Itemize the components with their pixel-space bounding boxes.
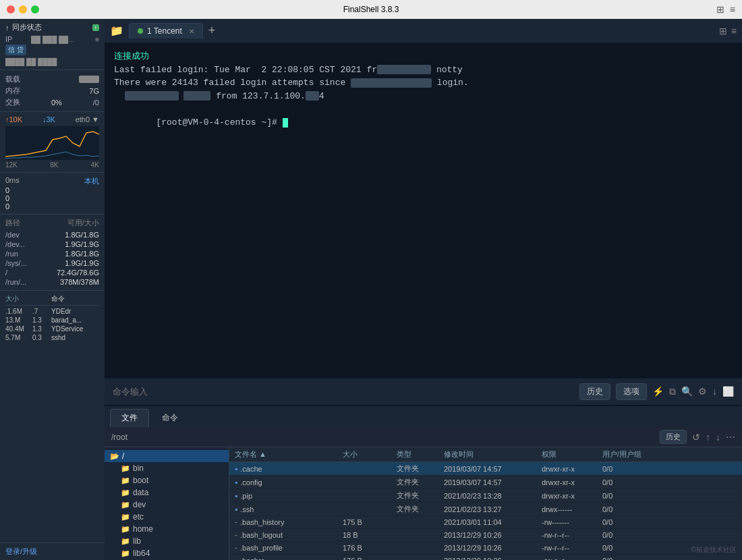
- grid-icon[interactable]: ⊞: [716, 4, 724, 15]
- btn-info[interactable]: 信 贷: [5, 45, 26, 55]
- more-icon[interactable]: ⋯: [726, 432, 735, 443]
- terminal[interactable]: 连接成功 Last failed login: Tue Mar 2 22:08:…: [105, 43, 742, 378]
- folder-icon-config: ▪: [235, 478, 237, 487]
- latency-val3: 0: [5, 202, 9, 211]
- fullscreen-icon[interactable]: ⬜: [722, 386, 734, 397]
- terminal-line-3: from 123.7.1.100. 4: [114, 90, 733, 103]
- tree-item-label: home: [133, 524, 153, 534]
- options-button[interactable]: 选项: [616, 383, 647, 400]
- latency-label: 0ms: [5, 176, 20, 186]
- tab-close-button[interactable]: ✕: [189, 28, 194, 35]
- lightning-icon[interactable]: ⚡: [652, 386, 664, 397]
- tab-status-dot: [138, 28, 143, 34]
- tree-item-boot[interactable]: 📁 boot: [105, 474, 229, 486]
- disk-row: /72.4G/78.6G: [5, 268, 99, 277]
- file-icon-bashrc: -: [235, 556, 237, 560]
- swap-max: /0: [93, 99, 99, 107]
- copy-icon[interactable]: ⧉: [669, 386, 676, 397]
- net-8k: 8K: [50, 161, 58, 169]
- refresh-icon[interactable]: ↺: [692, 432, 700, 443]
- list-view-icon[interactable]: ≡: [731, 26, 737, 36]
- titlebar-icons: ⊞ ≡: [716, 4, 735, 15]
- list-icon[interactable]: ≡: [730, 4, 735, 15]
- file-path: /root: [111, 432, 654, 442]
- disk-row: /dev...1.9G/1.9G: [5, 240, 99, 249]
- folder-icon-lib64: 📁: [121, 549, 130, 558]
- right-panel: 📁 1 Tencent ✕ + ⊞ ≡ 连接成功 Last failed log…: [105, 19, 742, 560]
- network-graph: [5, 126, 99, 160]
- terminal-line-2: There were 24143 failed login attempts s…: [114, 76, 733, 90]
- command-bar: 历史 选项 ⚡ ⧉ 🔍 ⚙ ↓ ⬜: [105, 378, 742, 405]
- tabbar: 📁 1 Tencent ✕ + ⊞ ≡: [105, 19, 742, 43]
- file-row-ssh[interactable]: ▪.ssh 文件夹 2021/02/23 13:27 drwx------ 0/…: [229, 503, 742, 516]
- upload-icon[interactable]: ↑: [706, 432, 710, 443]
- proc-row: 5.7M0.3sshd: [5, 333, 99, 342]
- sidebar: ↑ 同步状态 ↑ IP ██ ███ ██... ≡ 信 贷 ████ ██ █…: [0, 19, 105, 560]
- col-owner[interactable]: 用户/用户组: [602, 449, 737, 459]
- tree-item-label: dev: [133, 500, 146, 509]
- col-perm[interactable]: 权限: [542, 449, 602, 459]
- tree-item-data[interactable]: 📁 data: [105, 486, 229, 499]
- tab-files[interactable]: 文件: [110, 409, 149, 427]
- close-button[interactable]: [7, 5, 15, 13]
- login-upgrade-button[interactable]: 登录/升级: [0, 542, 105, 560]
- traffic-lights: [7, 5, 39, 13]
- maximize-button[interactable]: [31, 5, 39, 13]
- file-row-cache[interactable]: ▪.cache 文件夹 2019/03/07 14:57 drwxr-xr-x …: [229, 462, 742, 476]
- disk-row: /run/...378M/378M: [5, 277, 99, 287]
- file-row-pip[interactable]: ▪.pip 文件夹 2021/02/23 13:28 drwxr-xr-x 0/…: [229, 489, 742, 503]
- folder-icon-dev: 📁: [121, 501, 130, 509]
- file-row-bash-profile[interactable]: -.bash_profile 176 B 2013/12/29 10:26 -r…: [229, 542, 742, 555]
- disk-header-path: 路径: [5, 218, 20, 228]
- process-section: 大小 命令 .1.6M.7YDEdr 13.M1.3barad_a... 40.…: [0, 291, 105, 542]
- col-name[interactable]: 文件名 ▲: [235, 449, 343, 459]
- latency-val2: 0: [5, 194, 9, 202]
- history-button[interactable]: 历史: [579, 383, 610, 400]
- network-section: ↑10K ↓3K eth0 ▼ 12K 8K 4K: [0, 112, 105, 173]
- tree-item-dev[interactable]: 📁 dev: [105, 499, 229, 511]
- file-history-button[interactable]: 历史: [660, 430, 687, 444]
- col-date[interactable]: 修改时间: [444, 449, 542, 459]
- col-type[interactable]: 类型: [397, 449, 444, 459]
- latency-section: 0ms 本机 0 0 0: [0, 173, 105, 215]
- tree-item-lib[interactable]: 📁 lib: [105, 535, 229, 547]
- cpu-label: 载载: [5, 74, 20, 84]
- file-row-bash-logout[interactable]: -.bash_logout 18 B 2013/12/29 10:26 -rw-…: [229, 529, 742, 542]
- search-icon[interactable]: 🔍: [681, 386, 693, 397]
- net-4k: 4K: [91, 161, 99, 169]
- tree-item-lib64[interactable]: 📁 lib64: [105, 547, 229, 559]
- folder-icon[interactable]: 📁: [110, 24, 123, 37]
- tree-item-root[interactable]: 📂 /: [105, 450, 229, 462]
- tabbar-right-icons: ⊞ ≡: [719, 26, 737, 36]
- settings-icon[interactable]: ⚙: [698, 386, 707, 397]
- file-body: 📂 / 📁 bin 📁 boot 📁: [105, 447, 742, 560]
- tree-item-bin[interactable]: 📁 bin: [105, 462, 229, 474]
- file-row-bashrc[interactable]: -.bashrc 176 B 2013/12/29 10:26 -rw-r--r…: [229, 555, 742, 560]
- tree-item-home[interactable]: 📁 home: [105, 523, 229, 535]
- terminal-line-connected: 连接成功: [114, 50, 733, 63]
- file-row-config[interactable]: ▪.config 文件夹 2019/03/07 14:57 drwxr-xr-x…: [229, 476, 742, 489]
- cmdbar-icons: ⚡ ⧉ 🔍 ⚙ ↓ ⬜: [652, 386, 734, 397]
- tab-add-button[interactable]: +: [208, 24, 216, 38]
- disk-row: /run1.8G/1.8G: [5, 249, 99, 258]
- tab-commands[interactable]: 命令: [150, 409, 190, 427]
- tree-item-label: data: [133, 488, 148, 497]
- grid-view-icon[interactable]: ⊞: [719, 26, 727, 36]
- minimize-button[interactable]: [19, 5, 27, 13]
- command-input[interactable]: [113, 387, 574, 397]
- sync-badge: ↑: [92, 24, 100, 31]
- download-file-icon[interactable]: ↓: [716, 432, 720, 443]
- tab-tencent[interactable]: 1 Tencent ✕: [129, 23, 203, 38]
- tab-label: 1 Tencent: [147, 26, 182, 36]
- col-size[interactable]: 大小: [343, 449, 397, 459]
- sync-label: 同步状态: [12, 22, 42, 32]
- terminal-prompt-line: [root@VM-0-4-centos ~]#: [114, 103, 733, 142]
- file-row-bash-history[interactable]: -.bash_history 175 B 2021/03/01 11:04 -r…: [229, 516, 742, 529]
- file-tree: 📂 / 📁 bin 📁 boot 📁: [105, 447, 229, 560]
- folder-icon-boot: 📁: [121, 476, 130, 485]
- tree-item-etc[interactable]: 📁 etc: [105, 511, 229, 523]
- latency-host: 本机: [84, 176, 99, 186]
- latency-val1: 0: [5, 186, 9, 194]
- file-icon-bash-logout: -: [235, 530, 237, 540]
- download-icon[interactable]: ↓: [712, 386, 717, 397]
